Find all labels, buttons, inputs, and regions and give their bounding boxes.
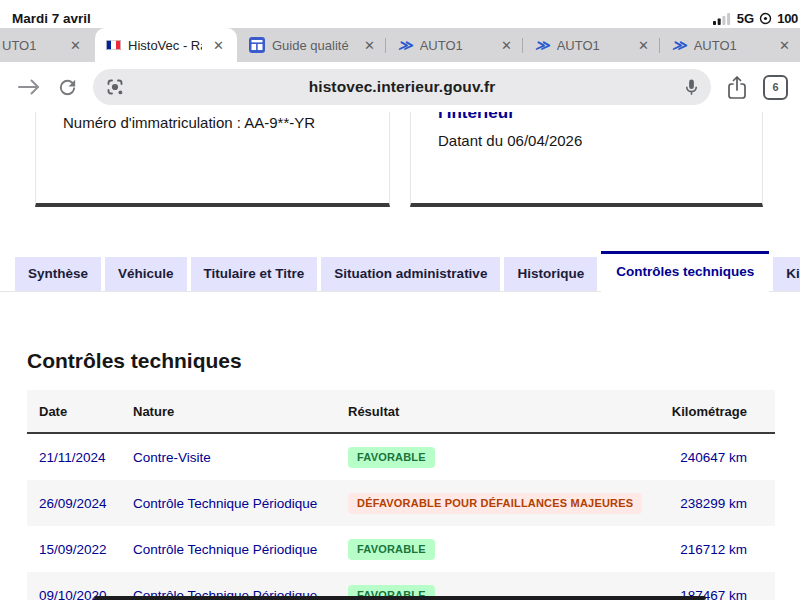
french-flag-favicon — [106, 40, 121, 50]
browser-tab-histovec[interactable]: HistoVec - Rap ✕ — [95, 28, 237, 62]
cell-date: 15/09/2022 — [27, 526, 133, 572]
close-tab-icon[interactable]: ✕ — [634, 38, 653, 53]
tab-count-button[interactable]: 6 — [763, 75, 788, 100]
browser-tab-auto1-1[interactable]: ≫ AUTO1 ✕ — [386, 28, 522, 62]
cell-resultat: FAVORABLE — [348, 433, 638, 480]
guide-grid-icon — [249, 37, 265, 53]
url-bar[interactable]: histovec.interieur.gouv.fr — [93, 69, 711, 105]
tab-titulaire-et-titre[interactable]: Titulaire et Titre — [191, 257, 318, 291]
tab-vehicule[interactable]: Véhicule — [105, 257, 187, 291]
cell-resultat: DÉFAVORABLE POUR DÉFAILLANCES MAJEURES — [348, 480, 638, 526]
reload-icon[interactable] — [56, 76, 79, 99]
cell-kilometrage: 216712 km — [638, 526, 775, 572]
tab-kilometrage[interactable]: Kilométrage — [773, 257, 800, 291]
browser-tab-auto1-3[interactable]: ≫ AUTO1 ✕ — [660, 28, 800, 62]
controles-table: Date Nature Résultat Kilométrage 21/11/2… — [27, 390, 775, 600]
lens-icon[interactable] — [105, 77, 125, 97]
table-header-row: Date Nature Résultat Kilométrage — [27, 390, 775, 433]
share-icon[interactable] — [725, 75, 749, 100]
cell-kilometrage: 240647 km — [638, 433, 775, 480]
tab-synthese[interactable]: Synthèse — [15, 257, 101, 291]
registration-card: Numéro d'immatriculation : AA-9**-YR — [35, 112, 390, 207]
certificate-card: l'Intérieur Datant du 06/04/2026 — [410, 112, 763, 207]
status-badge: FAVORABLE — [348, 447, 435, 468]
tab-historique[interactable]: Historique — [504, 257, 597, 291]
browser-tab-partial[interactable]: UTO1 ✕ — [0, 28, 95, 62]
status-badge: DÉFAVORABLE POUR DÉFAILLANCES MAJEURES — [348, 493, 642, 514]
browser-toolbar: histovec.interieur.gouv.fr 6 — [0, 62, 800, 112]
close-tab-icon[interactable]: ✕ — [66, 38, 85, 53]
cell-nature: Contre-Visite — [133, 433, 348, 480]
browser-tab-auto1-2[interactable]: ≫ AUTO1 ✕ — [523, 28, 659, 62]
certificate-title: l'Intérieur — [438, 112, 744, 123]
browser-tab-guide-qualite[interactable]: Guide qualité ✕ — [237, 28, 385, 62]
close-tab-icon[interactable]: ✕ — [360, 38, 379, 53]
close-tab-icon[interactable]: ✕ — [497, 38, 516, 53]
browser-tab-strip: UTO1 ✕ HistoVec - Rap ✕ Guide qualité ✕ — [0, 28, 800, 62]
report-tabs: Synthèse Véhicule Titulaire et Titre Sit… — [0, 253, 800, 292]
section-title: Contrôles techniques — [27, 349, 800, 373]
battery-percent: 100 — [777, 11, 798, 26]
cell-kilometrage: 238299 km — [638, 480, 775, 526]
auto1-logo-icon: ≫ — [535, 38, 550, 52]
cell-date: 26/09/2024 — [27, 480, 133, 526]
col-header-date: Date — [27, 390, 133, 433]
signal-bars-icon — [713, 13, 732, 25]
tab-situation-administrative[interactable]: Situation administrative — [321, 257, 500, 291]
cell-date: 21/11/2024 — [27, 433, 133, 480]
col-header-resultat: Résultat — [348, 390, 638, 433]
registration-number: Numéro d'immatriculation : AA-9**-YR — [63, 114, 315, 131]
status-bar: Mardi 7 avril 5G 100 — [0, 0, 800, 28]
auto1-logo-icon: ≫ — [672, 38, 687, 52]
status-date: Mardi 7 avril — [12, 11, 91, 26]
page-content: Numéro d'immatriculation : AA-9**-YR l'I… — [0, 112, 800, 600]
network-label: 5G — [737, 11, 754, 26]
cell-resultat: FAVORABLE — [348, 526, 638, 572]
table-row: 21/11/2024 Contre-Visite FAVORABLE 24064… — [27, 433, 775, 480]
table-row: 15/09/2022 Contrôle Technique Périodique… — [27, 526, 775, 572]
battery-circle-icon — [759, 12, 772, 25]
table-row: 26/09/2024 Contrôle Technique Périodique… — [27, 480, 775, 526]
url-text[interactable]: histovec.interieur.gouv.fr — [133, 78, 671, 96]
tab-controles-techniques[interactable]: Contrôles techniques — [601, 251, 769, 292]
status-badge: FAVORABLE — [348, 539, 435, 560]
mic-icon[interactable] — [682, 78, 701, 97]
home-indicator[interactable] — [94, 596, 706, 600]
col-header-kilometrage: Kilométrage — [638, 390, 775, 433]
auto1-logo-icon: ≫ — [398, 38, 413, 52]
cell-nature: Contrôle Technique Périodique — [133, 526, 348, 572]
summary-cards: Numéro d'immatriculation : AA-9**-YR l'I… — [0, 112, 800, 207]
certificate-date: Datant du 06/04/2026 — [438, 132, 744, 149]
close-tab-icon[interactable]: ✕ — [209, 38, 228, 53]
forward-icon[interactable] — [16, 79, 42, 95]
cell-nature: Contrôle Technique Périodique — [133, 480, 348, 526]
close-tab-icon[interactable]: ✕ — [775, 38, 794, 53]
col-header-nature: Nature — [133, 390, 348, 433]
